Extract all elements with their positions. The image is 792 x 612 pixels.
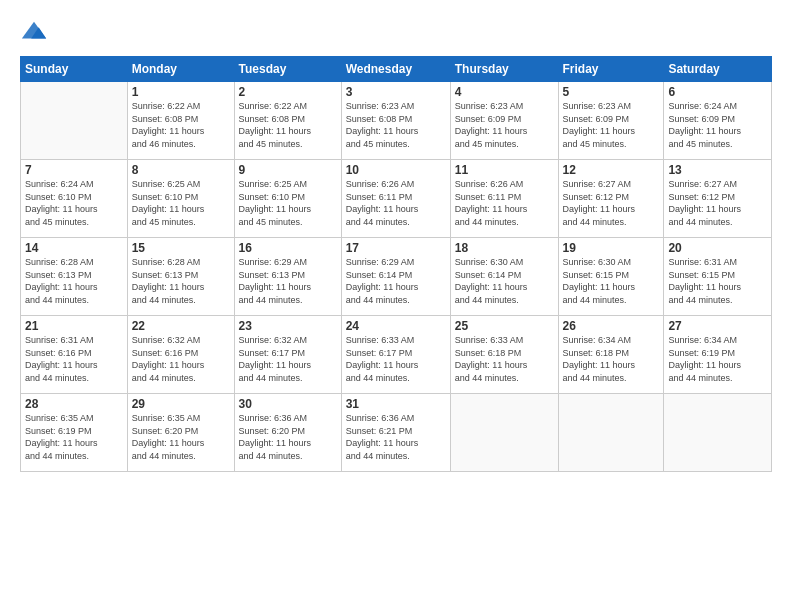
calendar-cell: 26Sunrise: 6:34 AM Sunset: 6:18 PM Dayli… [558,316,664,394]
calendar-week-2: 7Sunrise: 6:24 AM Sunset: 6:10 PM Daylig… [21,160,772,238]
day-info: Sunrise: 6:23 AM Sunset: 6:09 PM Dayligh… [455,100,554,150]
day-info: Sunrise: 6:26 AM Sunset: 6:11 PM Dayligh… [346,178,446,228]
calendar-header-row: SundayMondayTuesdayWednesdayThursdayFrid… [21,57,772,82]
day-info: Sunrise: 6:25 AM Sunset: 6:10 PM Dayligh… [132,178,230,228]
day-number: 12 [563,163,660,177]
calendar-week-3: 14Sunrise: 6:28 AM Sunset: 6:13 PM Dayli… [21,238,772,316]
day-info: Sunrise: 6:31 AM Sunset: 6:15 PM Dayligh… [668,256,767,306]
day-info: Sunrise: 6:31 AM Sunset: 6:16 PM Dayligh… [25,334,123,384]
day-info: Sunrise: 6:29 AM Sunset: 6:13 PM Dayligh… [239,256,337,306]
day-info: Sunrise: 6:25 AM Sunset: 6:10 PM Dayligh… [239,178,337,228]
day-number: 6 [668,85,767,99]
day-info: Sunrise: 6:30 AM Sunset: 6:15 PM Dayligh… [563,256,660,306]
day-info: Sunrise: 6:35 AM Sunset: 6:19 PM Dayligh… [25,412,123,462]
day-info: Sunrise: 6:26 AM Sunset: 6:11 PM Dayligh… [455,178,554,228]
calendar-cell: 13Sunrise: 6:27 AM Sunset: 6:12 PM Dayli… [664,160,772,238]
day-info: Sunrise: 6:29 AM Sunset: 6:14 PM Dayligh… [346,256,446,306]
day-number: 3 [346,85,446,99]
day-info: Sunrise: 6:33 AM Sunset: 6:18 PM Dayligh… [455,334,554,384]
day-number: 4 [455,85,554,99]
day-info: Sunrise: 6:23 AM Sunset: 6:08 PM Dayligh… [346,100,446,150]
calendar-cell: 14Sunrise: 6:28 AM Sunset: 6:13 PM Dayli… [21,238,128,316]
day-number: 2 [239,85,337,99]
day-number: 22 [132,319,230,333]
calendar-cell: 3Sunrise: 6:23 AM Sunset: 6:08 PM Daylig… [341,82,450,160]
day-info: Sunrise: 6:23 AM Sunset: 6:09 PM Dayligh… [563,100,660,150]
header [20,18,772,46]
calendar-cell [450,394,558,472]
calendar-cell: 20Sunrise: 6:31 AM Sunset: 6:15 PM Dayli… [664,238,772,316]
calendar-cell: 16Sunrise: 6:29 AM Sunset: 6:13 PM Dayli… [234,238,341,316]
day-number: 27 [668,319,767,333]
calendar-header-wednesday: Wednesday [341,57,450,82]
day-info: Sunrise: 6:32 AM Sunset: 6:16 PM Dayligh… [132,334,230,384]
calendar-week-1: 1Sunrise: 6:22 AM Sunset: 6:08 PM Daylig… [21,82,772,160]
day-info: Sunrise: 6:33 AM Sunset: 6:17 PM Dayligh… [346,334,446,384]
calendar-cell: 25Sunrise: 6:33 AM Sunset: 6:18 PM Dayli… [450,316,558,394]
day-number: 25 [455,319,554,333]
day-number: 15 [132,241,230,255]
day-number: 5 [563,85,660,99]
day-number: 16 [239,241,337,255]
day-number: 26 [563,319,660,333]
calendar-cell: 1Sunrise: 6:22 AM Sunset: 6:08 PM Daylig… [127,82,234,160]
calendar-cell: 21Sunrise: 6:31 AM Sunset: 6:16 PM Dayli… [21,316,128,394]
calendar-cell: 19Sunrise: 6:30 AM Sunset: 6:15 PM Dayli… [558,238,664,316]
calendar-cell: 10Sunrise: 6:26 AM Sunset: 6:11 PM Dayli… [341,160,450,238]
calendar-cell: 7Sunrise: 6:24 AM Sunset: 6:10 PM Daylig… [21,160,128,238]
day-number: 21 [25,319,123,333]
calendar-cell: 18Sunrise: 6:30 AM Sunset: 6:14 PM Dayli… [450,238,558,316]
day-info: Sunrise: 6:32 AM Sunset: 6:17 PM Dayligh… [239,334,337,384]
calendar-cell: 5Sunrise: 6:23 AM Sunset: 6:09 PM Daylig… [558,82,664,160]
day-info: Sunrise: 6:22 AM Sunset: 6:08 PM Dayligh… [132,100,230,150]
day-number: 9 [239,163,337,177]
day-info: Sunrise: 6:24 AM Sunset: 6:10 PM Dayligh… [25,178,123,228]
calendar-header-tuesday: Tuesday [234,57,341,82]
calendar-cell: 29Sunrise: 6:35 AM Sunset: 6:20 PM Dayli… [127,394,234,472]
page: SundayMondayTuesdayWednesdayThursdayFrid… [0,0,792,612]
calendar-header-saturday: Saturday [664,57,772,82]
day-number: 8 [132,163,230,177]
day-number: 23 [239,319,337,333]
day-info: Sunrise: 6:28 AM Sunset: 6:13 PM Dayligh… [25,256,123,306]
calendar-cell [664,394,772,472]
calendar-cell: 27Sunrise: 6:34 AM Sunset: 6:19 PM Dayli… [664,316,772,394]
calendar-header-thursday: Thursday [450,57,558,82]
calendar-header-friday: Friday [558,57,664,82]
day-number: 17 [346,241,446,255]
day-number: 7 [25,163,123,177]
calendar-week-5: 28Sunrise: 6:35 AM Sunset: 6:19 PM Dayli… [21,394,772,472]
day-info: Sunrise: 6:34 AM Sunset: 6:19 PM Dayligh… [668,334,767,384]
day-info: Sunrise: 6:28 AM Sunset: 6:13 PM Dayligh… [132,256,230,306]
day-number: 18 [455,241,554,255]
day-number: 14 [25,241,123,255]
calendar-table: SundayMondayTuesdayWednesdayThursdayFrid… [20,56,772,472]
calendar-cell: 23Sunrise: 6:32 AM Sunset: 6:17 PM Dayli… [234,316,341,394]
calendar-cell: 8Sunrise: 6:25 AM Sunset: 6:10 PM Daylig… [127,160,234,238]
day-info: Sunrise: 6:36 AM Sunset: 6:21 PM Dayligh… [346,412,446,462]
calendar-header-monday: Monday [127,57,234,82]
calendar-week-4: 21Sunrise: 6:31 AM Sunset: 6:16 PM Dayli… [21,316,772,394]
calendar-cell: 11Sunrise: 6:26 AM Sunset: 6:11 PM Dayli… [450,160,558,238]
calendar-cell: 2Sunrise: 6:22 AM Sunset: 6:08 PM Daylig… [234,82,341,160]
calendar-cell: 4Sunrise: 6:23 AM Sunset: 6:09 PM Daylig… [450,82,558,160]
calendar-cell: 31Sunrise: 6:36 AM Sunset: 6:21 PM Dayli… [341,394,450,472]
day-number: 10 [346,163,446,177]
day-info: Sunrise: 6:35 AM Sunset: 6:20 PM Dayligh… [132,412,230,462]
day-number: 24 [346,319,446,333]
logo-icon [20,18,48,46]
day-info: Sunrise: 6:27 AM Sunset: 6:12 PM Dayligh… [563,178,660,228]
calendar-cell [558,394,664,472]
day-info: Sunrise: 6:24 AM Sunset: 6:09 PM Dayligh… [668,100,767,150]
day-number: 29 [132,397,230,411]
day-info: Sunrise: 6:34 AM Sunset: 6:18 PM Dayligh… [563,334,660,384]
calendar-header-sunday: Sunday [21,57,128,82]
calendar-cell: 6Sunrise: 6:24 AM Sunset: 6:09 PM Daylig… [664,82,772,160]
day-number: 19 [563,241,660,255]
day-info: Sunrise: 6:36 AM Sunset: 6:20 PM Dayligh… [239,412,337,462]
calendar-cell: 22Sunrise: 6:32 AM Sunset: 6:16 PM Dayli… [127,316,234,394]
logo [20,18,52,46]
calendar-cell: 28Sunrise: 6:35 AM Sunset: 6:19 PM Dayli… [21,394,128,472]
day-number: 11 [455,163,554,177]
calendar-cell: 30Sunrise: 6:36 AM Sunset: 6:20 PM Dayli… [234,394,341,472]
